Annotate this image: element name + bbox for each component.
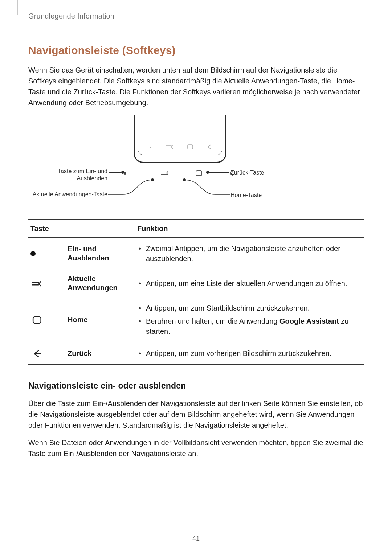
sub-heading: Navigationsleiste ein- oder ausblenden — [28, 380, 364, 391]
label-recents-key: Aktuelle Anwendungen-Taste — [28, 191, 107, 198]
leader-curve — [181, 178, 230, 198]
page-gutter — [17, 0, 18, 15]
enlarged-navbar — [115, 167, 249, 179]
table-row: Ein- und AusblendenZweimal Antippen, um … — [28, 238, 364, 270]
key-function: Zweimal Antippen, um die Navigationsleis… — [135, 238, 364, 270]
label-back-key: Zurück-Taste — [230, 169, 264, 176]
key-name: Home — [65, 297, 135, 342]
paragraph-3: Wenn Sie Dateien oder Anwendungen in der… — [28, 437, 364, 459]
recents-icon — [160, 169, 171, 177]
phone-navbar-small — [140, 142, 220, 152]
key-function: Antippen, um zum vorherigen Bildschirm z… — [135, 342, 364, 365]
table-row: HomeAntippen, um zum Startbildschirm zur… — [28, 297, 364, 342]
softkey-table: Taste Funktion Ein- und AusblendenZweima… — [28, 219, 364, 365]
home-icon — [193, 169, 204, 177]
key-name: Aktuelle Anwendungen — [65, 270, 135, 297]
table-row: Aktuelle AnwendungenAntippen, um eine Li… — [28, 270, 364, 297]
table-row: ZurückAntippen, um zum vorherigen Bildsc… — [28, 342, 364, 365]
key-name: Zurück — [65, 342, 135, 365]
section-heading: Navigationsleiste (Softkeys) — [28, 43, 364, 58]
intro-paragraph: Wenn Sie das Gerät einschalten, werden u… — [28, 65, 364, 108]
svg-point-2 — [151, 178, 154, 181]
function-item: Antippen, um zum vorherigen Bildschirm z… — [137, 347, 362, 360]
table-header-key: Taste — [28, 219, 135, 238]
svg-point-3 — [183, 178, 186, 181]
page-number: 41 — [0, 534, 392, 543]
paragraph-2: Über die Taste zum Ein-/Ausblenden der N… — [28, 398, 364, 431]
key-function: Antippen, um eine Liste der aktuellen An… — [135, 270, 364, 297]
function-item: Zweimal Antippen, um die Navigationsleis… — [137, 242, 362, 265]
svg-rect-0 — [188, 145, 193, 149]
back-icon — [28, 342, 65, 365]
key-function: Antippen, um zum Startbildschirm zurückz… — [135, 297, 364, 342]
function-item: Antippen, um zum Startbildschirm zurückz… — [137, 301, 362, 315]
function-item: Antippen, um eine Liste der aktuellen An… — [137, 277, 362, 290]
table-header-function: Funktion — [135, 219, 364, 238]
dot-icon — [28, 238, 65, 270]
label-toggle-key: Taste zum Ein- und Ausblenden — [28, 168, 107, 182]
navigation-diagram: Taste zum Ein- und Ausblenden Zurück-Tas… — [28, 115, 364, 210]
svg-rect-4 — [33, 317, 41, 323]
recents-icon — [28, 270, 65, 297]
home-icon — [185, 143, 196, 151]
recents-icon — [165, 143, 176, 151]
leader-curve — [108, 178, 155, 198]
breadcrumb: Grundlegende Information — [28, 11, 364, 21]
key-name: Ein- und Ausblenden — [65, 238, 135, 270]
home-icon — [28, 297, 65, 342]
svg-rect-1 — [196, 171, 202, 176]
label-home-key: Home-Taste — [230, 192, 262, 199]
function-item: Berühren und halten, um die Anwendung Go… — [137, 315, 362, 338]
back-icon — [205, 143, 216, 151]
phone-outline — [134, 115, 226, 163]
